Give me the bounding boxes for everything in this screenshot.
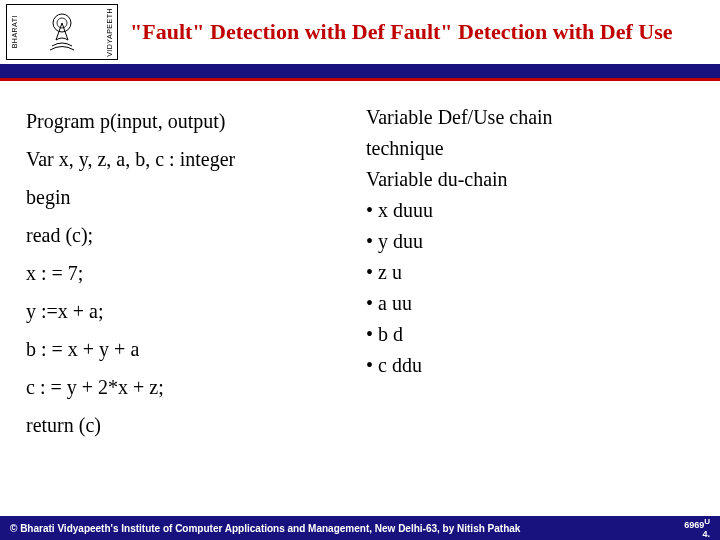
logo-text-left: BHARATI <box>11 15 18 48</box>
code-line: c : = y + 2*x + z; <box>26 368 360 406</box>
code-line: y :=x + a; <box>26 292 360 330</box>
page-sup: U <box>704 517 710 526</box>
code-line: begin <box>26 178 360 216</box>
du-heading-line: Variable Def/Use chain <box>366 102 694 133</box>
page-secondary: 4. <box>702 529 710 539</box>
logo-text-right: VIDYAPEETH <box>106 8 113 57</box>
code-line: x : = 7; <box>26 254 360 292</box>
code-line: b : = x + y + a <box>26 330 360 368</box>
logo-emblem-icon <box>42 12 82 52</box>
slide-header: BHARATI VIDYAPEETH "Fault" Detection wit… <box>0 0 720 64</box>
du-heading-line: technique <box>366 133 694 164</box>
header-ribbon <box>0 64 720 78</box>
code-line: Var x, y, z, a, b, c : integer <box>26 140 360 178</box>
page-primary: 6969 <box>684 520 704 530</box>
code-line: return (c) <box>26 406 360 444</box>
du-chain-panel: Variable Def/Use chain technique Variabl… <box>360 102 694 444</box>
du-item: • c ddu <box>366 350 694 381</box>
du-item: • y duu <box>366 226 694 257</box>
slide-content: Program p(input, output) Var x, y, z, a,… <box>0 78 720 444</box>
code-line: Program p(input, output) <box>26 102 360 140</box>
du-item: • b d <box>366 319 694 350</box>
slide-footer: © Bharati Vidyapeeth's Institute of Comp… <box>0 516 720 540</box>
institution-logo: BHARATI VIDYAPEETH <box>6 4 118 60</box>
slide-title: "Fault" Detection with Def Fault" Detect… <box>124 19 720 45</box>
footer-page-number: 6969U 4. <box>684 518 710 539</box>
du-item: • z u <box>366 257 694 288</box>
du-subheading: Variable du-chain <box>366 164 694 195</box>
du-item: • a uu <box>366 288 694 319</box>
code-line: read (c); <box>26 216 360 254</box>
program-listing: Program p(input, output) Var x, y, z, a,… <box>26 102 360 444</box>
footer-copyright: © Bharati Vidyapeeth's Institute of Comp… <box>10 523 520 534</box>
du-item: • x duuu <box>366 195 694 226</box>
